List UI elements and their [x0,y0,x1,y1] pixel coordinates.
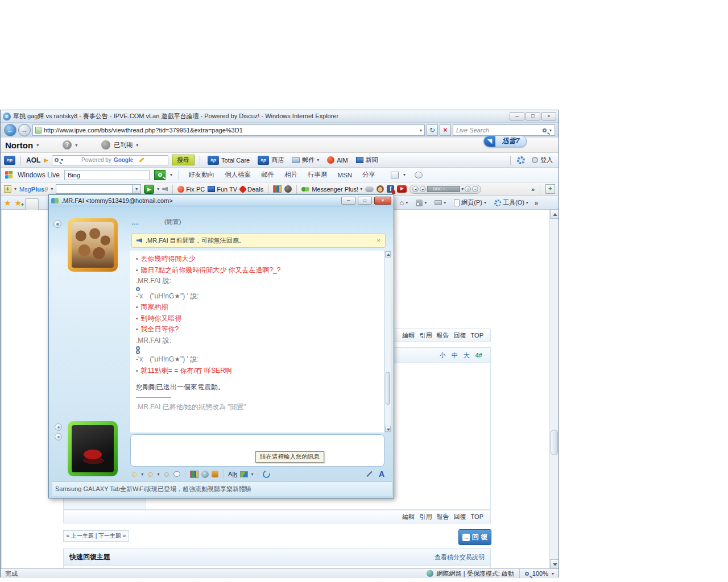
contact-pane-toggle-icon[interactable] [53,220,61,228]
fix-pc-item[interactable]: Fix PC [177,186,205,193]
font-settings-icon[interactable]: A|ɮ [228,471,237,477]
messenger-close-button[interactable]: × [374,197,391,205]
credits-link[interactable]: 查看積分交易說明 [435,553,485,562]
wl-link-mail[interactable]: 郵件 [258,171,277,179]
emoticon-dropdown-icon[interactable]: ▾ [141,472,143,477]
hp-store-item[interactable]: hp 商店 [255,156,286,165]
notice-close-icon[interactable]: × [377,237,380,244]
page-menu[interactable]: 網頁(P)▾ [452,198,488,207]
norton-dropdown-icon[interactable]: ▾ [36,143,39,148]
back-button[interactable]: ← [4,124,16,136]
norton-expired-label[interactable]: 已到期 [114,141,133,149]
edit-link[interactable]: 編輯 [403,513,415,521]
self-avatar[interactable] [68,421,118,476]
avatar-option-icon[interactable] [55,423,62,431]
wl-link-activities[interactable]: 好友動向 [185,171,217,179]
wl-link-msn[interactable]: MSN [335,172,355,178]
msgplus-brand[interactable]: MsgPlus9 [19,186,48,193]
messenger-plus-item[interactable]: Messenger Plus!▾ [301,186,362,193]
print-button[interactable]: ▾ [433,200,448,205]
scroll-up-icon[interactable] [550,210,559,219]
font-large-link[interactable]: 大 [464,351,470,360]
aol-search-button[interactable]: 搜尋 [172,155,195,165]
tools-menu[interactable]: 工具(O)▾ [493,198,530,207]
speaker-icon[interactable] [162,187,168,192]
chat-scrollbar[interactable] [384,251,391,433]
combo-dropdown-icon[interactable]: ▾ [132,185,140,193]
wink-picker-icon[interactable]: ☺ [146,470,154,478]
emoticon-picker-icon[interactable]: ☺ [130,470,138,478]
address-field[interactable]: http://www.ipve.com/bbs/viewthread.php?t… [32,124,425,136]
messenger-minimize-button[interactable]: ─ [341,197,355,205]
windows-live-brand[interactable]: Windows Live [18,171,60,179]
bing-dropdown-icon[interactable]: ▾ [170,172,172,177]
media-minimize-button[interactable]: − [472,186,478,192]
norton-help-dropdown-icon[interactable]: ▾ [75,143,77,148]
home-button[interactable]: ⌂▾ [398,198,410,207]
feeds-button[interactable]: ▾ [414,199,428,206]
close-button[interactable]: × [541,112,556,120]
norton-help-icon[interactable]: ? [63,140,72,149]
gamepad-icon[interactable] [365,186,374,192]
msgplus-dropdown-icon[interactable]: ▾ [14,186,16,192]
font-small-link[interactable]: 小 [440,351,446,360]
media-play-button[interactable]: ▸ [420,186,426,192]
monkey-icon[interactable] [377,185,384,193]
webcam-icon[interactable] [201,471,209,478]
settings-gear-icon[interactable] [517,156,525,164]
address-dropdown-icon[interactable]: ▾ [420,128,422,133]
voice-clip-icon[interactable] [173,471,180,477]
pencil-icon[interactable] [139,157,145,163]
contact-avatar[interactable] [68,218,118,272]
aol-search-box[interactable]: ▾ Powered by Google [52,155,168,165]
go-dropdown-icon[interactable]: ▾ [157,186,159,192]
chat-scroll-thumb[interactable] [386,372,390,405]
messenger-maximize-button[interactable]: □ [358,197,372,205]
handwriting-icon[interactable] [366,471,373,477]
scroll-thumb[interactable] [551,430,558,455]
media-volume-button[interactable]: ) [465,186,471,192]
hp-logo-icon[interactable]: hp [4,156,15,165]
reply-button[interactable]: → 回 復 [458,529,491,545]
norton-expired-dropdown-icon[interactable]: ▾ [136,143,138,148]
quote-link[interactable]: 引用 [420,513,432,521]
activities-icon[interactable] [212,471,218,477]
wl-link-share[interactable]: 分享 [359,171,378,179]
background-icon[interactable] [240,471,248,477]
report-link[interactable]: 報告 [437,513,449,521]
facebook-icon[interactable]: f [387,185,394,193]
wl-link-calendar[interactable]: 行事曆 [305,171,330,179]
msn-extras-icon[interactable] [262,469,272,479]
font-mid-link[interactable]: 中 [452,351,458,360]
maximize-button[interactable]: □ [526,112,540,120]
wink-dropdown-icon[interactable]: ▾ [158,472,160,477]
text-mode-icon[interactable]: A [379,469,384,479]
mail-dropdown-icon[interactable]: ▾ [317,157,319,163]
sign-in-item[interactable]: 登入 [530,156,555,164]
norton-brand[interactable]: Norton [5,140,33,150]
msgplus-brand-dropdown-icon[interactable]: ▾ [51,186,53,192]
aol-search-dropdown-icon[interactable]: ▾ [61,157,63,163]
refresh-button[interactable]: ↻ [427,124,438,136]
bing-search-input[interactable]: Bing [64,170,150,180]
reply-link[interactable]: 回復 [454,331,466,340]
msgplus-plus-icon[interactable]: + [4,185,11,193]
add-favorite-icon[interactable]: ★+ [15,198,22,207]
fun-tv-item[interactable]: Fun TV [208,186,237,193]
top-link[interactable]: TOP [471,513,483,520]
stop-button[interactable]: × [440,124,451,136]
chat-scroll-down-icon[interactable] [385,426,391,432]
aim-item[interactable]: AIM [325,156,350,164]
background-dropdown-icon[interactable]: ▾ [251,472,253,477]
avatar-option-icon[interactable] [55,433,62,440]
report-link[interactable]: 報告 [437,331,449,340]
photo-share-icon[interactable] [190,471,198,478]
wl-grid-icon[interactable] [391,172,399,178]
reply-link[interactable]: 回復 [454,513,466,521]
mail-item[interactable]: 郵件 ▾ [289,156,321,164]
headphones-icon[interactable] [284,185,292,193]
toolbar-overflow-icon[interactable]: » [531,186,535,193]
wl-grid-dropdown-icon[interactable]: ▾ [403,172,406,177]
go-button[interactable]: ▶ [144,185,154,194]
wl-link-photos[interactable]: 相片 [282,171,300,179]
